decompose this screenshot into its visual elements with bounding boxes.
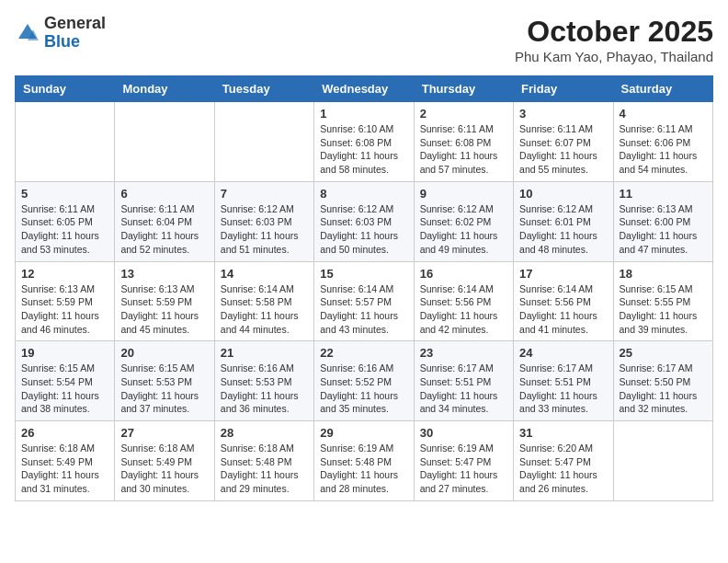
daylight-hours: Daylight: 11 hours [21,310,99,321]
calendar-cell: 28Sunrise: 6:18 AMSunset: 5:48 PMDayligh… [214,421,313,501]
logo-general: General [44,14,106,32]
cell-info: Sunrise: 6:16 AMSunset: 5:53 PMDaylight:… [221,362,308,416]
sunrise-time: Sunrise: 6:15 AM [120,362,194,373]
day-number: 15 [320,267,407,281]
weekday-header: Wednesday [314,76,414,102]
cell-info-line: and 36 minutes. [221,403,290,414]
cell-info-line: and 49 minutes. [420,244,489,255]
cell-info: Sunrise: 6:11 AMSunset: 6:06 PMDaylight:… [620,122,707,177]
cell-info: Sunrise: 6:15 AMSunset: 5:53 PMDaylight:… [120,362,208,416]
sunrise-time: Sunrise: 6:18 AM [221,442,294,454]
logo-icon [15,20,40,46]
calendar-cell: 22Sunrise: 6:16 AMSunset: 5:52 PMDayligh… [314,341,414,421]
sunset-time: Sunset: 5:50 PM [620,376,691,387]
cell-info: Sunrise: 6:15 AMSunset: 5:54 PMDaylight:… [21,362,108,416]
calendar-cell: 6Sunrise: 6:11 AMSunset: 6:04 PMDaylight… [115,181,214,261]
cell-info-line: and 31 minutes. [21,483,90,494]
cell-info: Sunrise: 6:13 AMSunset: 5:59 PMDaylight:… [21,282,108,337]
sunset-time: Sunset: 5:58 PM [221,296,292,307]
sunrise-time: Sunrise: 6:11 AM [120,203,194,214]
logo: General Blue [15,15,106,52]
cell-info-line: and 47 minutes. [620,244,688,255]
cell-info: Sunrise: 6:14 AMSunset: 5:58 PMDaylight:… [221,282,308,337]
sunrise-time: Sunrise: 6:15 AM [620,283,693,294]
day-number: 24 [519,346,607,360]
daylight-hours: Daylight: 11 hours [320,310,398,321]
cell-info: Sunrise: 6:18 AMSunset: 5:49 PMDaylight:… [120,442,208,496]
cell-info-line: and 42 minutes. [420,324,489,335]
cell-info-line: and 52 minutes. [120,244,189,255]
cell-info-line: and 26 minutes. [519,483,588,494]
sunset-time: Sunset: 6:00 PM [620,216,691,227]
sunrise-time: Sunrise: 6:19 AM [420,442,494,454]
day-number: 25 [620,346,707,360]
calendar-cell: 18Sunrise: 6:15 AMSunset: 5:55 PMDayligh… [613,261,712,341]
daylight-hours: Daylight: 11 hours [420,469,498,480]
calendar-cell: 13Sunrise: 6:13 AMSunset: 5:59 PMDayligh… [115,261,214,341]
daylight-hours: Daylight: 11 hours [519,390,597,401]
sunset-time: Sunset: 6:08 PM [320,137,392,148]
cell-info-line: and 32 minutes. [620,403,688,414]
weekday-header: Tuesday [214,76,313,102]
calendar-cell: 5Sunrise: 6:11 AMSunset: 6:05 PMDaylight… [16,181,115,261]
calendar-week-row: 5Sunrise: 6:11 AMSunset: 6:05 PMDaylight… [16,181,713,261]
calendar-cell: 3Sunrise: 6:11 AMSunset: 6:07 PMDaylight… [514,102,613,182]
page-header: General Blue October 2025 Phu Kam Yao, P… [15,15,713,64]
calendar-cell: 26Sunrise: 6:18 AMSunset: 5:49 PMDayligh… [16,421,115,501]
sunset-time: Sunset: 6:08 PM [420,137,492,148]
cell-info: Sunrise: 6:17 AMSunset: 5:50 PMDaylight:… [620,362,707,416]
calendar-cell: 10Sunrise: 6:12 AMSunset: 6:01 PMDayligh… [514,181,613,261]
cell-info-line: and 46 minutes. [21,324,90,335]
cell-info: Sunrise: 6:12 AMSunset: 6:03 PMDaylight:… [320,202,407,257]
cell-info: Sunrise: 6:10 AMSunset: 6:08 PMDaylight:… [320,122,407,177]
sunrise-time: Sunrise: 6:15 AM [21,362,95,373]
daylight-hours: Daylight: 11 hours [320,230,398,241]
sunset-time: Sunset: 6:05 PM [21,216,93,227]
daylight-hours: Daylight: 11 hours [620,230,698,241]
day-number: 2 [420,107,507,121]
calendar-cell: 8Sunrise: 6:12 AMSunset: 6:03 PMDaylight… [314,181,414,261]
calendar-cell [613,421,712,501]
daylight-hours: Daylight: 11 hours [620,390,698,401]
cell-info-line: and 35 minutes. [320,403,389,414]
day-number: 5 [21,187,108,201]
cell-info: Sunrise: 6:12 AMSunset: 6:03 PMDaylight:… [221,202,308,257]
day-number: 6 [120,187,208,201]
sunrise-time: Sunrise: 6:17 AM [420,362,494,373]
cell-info-line: and 50 minutes. [320,244,389,255]
cell-info: Sunrise: 6:18 AMSunset: 5:48 PMDaylight:… [221,442,308,496]
sunrise-time: Sunrise: 6:18 AM [21,442,95,454]
cell-info: Sunrise: 6:17 AMSunset: 5:51 PMDaylight:… [519,362,607,416]
day-number: 23 [420,346,507,360]
daylight-hours: Daylight: 11 hours [320,150,398,161]
sunset-time: Sunset: 5:51 PM [519,376,591,387]
sunset-time: Sunset: 5:55 PM [620,296,691,307]
calendar-cell: 31Sunrise: 6:20 AMSunset: 5:47 PMDayligh… [514,421,613,501]
sunset-time: Sunset: 5:56 PM [519,296,591,307]
weekday-header: Monday [115,76,214,102]
cell-info: Sunrise: 6:20 AMSunset: 5:47 PMDaylight:… [519,442,607,496]
sunrise-time: Sunrise: 6:13 AM [120,283,194,294]
cell-info: Sunrise: 6:11 AMSunset: 6:05 PMDaylight:… [21,202,108,257]
daylight-hours: Daylight: 11 hours [620,150,698,161]
calendar-cell [214,102,313,182]
calendar-cell: 17Sunrise: 6:14 AMSunset: 5:56 PMDayligh… [514,261,613,341]
sunrise-time: Sunrise: 6:13 AM [21,283,95,294]
cell-info: Sunrise: 6:18 AMSunset: 5:49 PMDaylight:… [21,442,108,496]
sunrise-time: Sunrise: 6:19 AM [320,442,393,454]
calendar-cell: 25Sunrise: 6:17 AMSunset: 5:50 PMDayligh… [613,341,712,421]
sunset-time: Sunset: 6:02 PM [420,216,492,227]
day-number: 12 [21,267,108,281]
cell-info-line: and 41 minutes. [519,324,588,335]
sunset-time: Sunset: 5:59 PM [21,296,93,307]
month-title: October 2025 [515,15,713,49]
calendar-week-row: 12Sunrise: 6:13 AMSunset: 5:59 PMDayligh… [16,261,713,341]
sunset-time: Sunset: 5:56 PM [420,296,492,307]
sunset-time: Sunset: 6:03 PM [221,216,292,227]
daylight-hours: Daylight: 11 hours [120,469,199,480]
sunrise-time: Sunrise: 6:11 AM [21,203,95,214]
sunset-time: Sunset: 5:52 PM [320,376,392,387]
daylight-hours: Daylight: 11 hours [420,150,498,161]
calendar-cell: 30Sunrise: 6:19 AMSunset: 5:47 PMDayligh… [414,421,513,501]
sunrise-time: Sunrise: 6:16 AM [221,362,294,373]
